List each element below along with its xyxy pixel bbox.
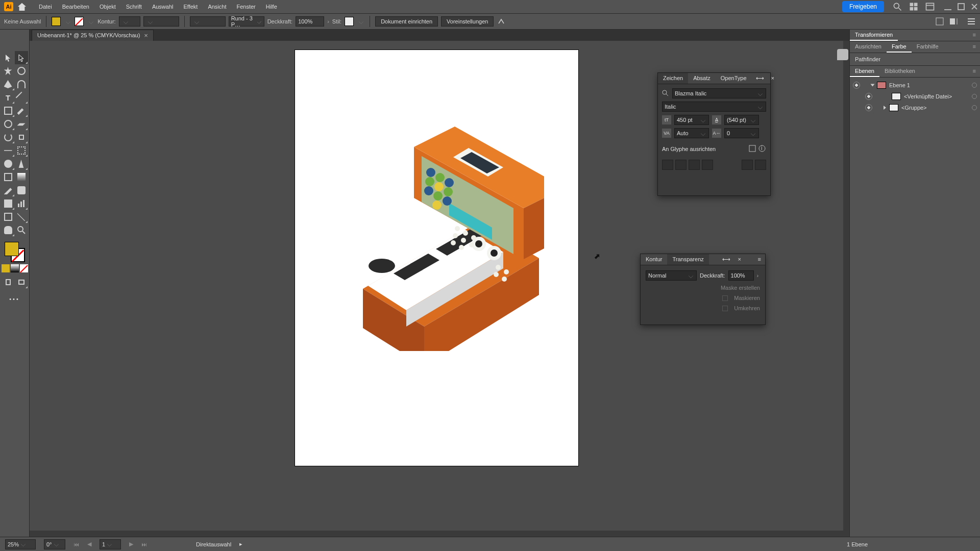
artboard-number-input[interactable]: 1 bbox=[100, 539, 121, 549]
layer-twirl-icon[interactable] bbox=[884, 106, 886, 110]
trans-panel-close-icon[interactable]: × bbox=[734, 254, 744, 265]
screen-mode-icon[interactable] bbox=[15, 276, 28, 289]
comment-panel-icon[interactable] bbox=[837, 49, 848, 60]
artboard-nav-next-icon[interactable]: ▶ bbox=[129, 541, 133, 547]
create-mask-button[interactable]: Maske erstellen bbox=[721, 285, 760, 291]
perspective-grid-tool[interactable] bbox=[15, 157, 28, 170]
menu-hilfe[interactable]: Hilfe bbox=[261, 0, 282, 13]
font-search-icon[interactable] bbox=[662, 90, 669, 97]
layer-target-icon[interactable] bbox=[972, 105, 977, 110]
lasso-tool[interactable] bbox=[15, 64, 28, 78]
tab-farbe[interactable]: Farbe bbox=[887, 41, 912, 53]
graphic-style-swatch[interactable] bbox=[345, 17, 354, 26]
menu-objekt[interactable]: Objekt bbox=[94, 0, 121, 13]
color-panel-menu-icon[interactable]: ≡ bbox=[969, 41, 980, 53]
tab-transformieren[interactable]: Transformieren bbox=[850, 30, 898, 41]
tab-bibliotheken[interactable]: Bibliotheken bbox=[879, 66, 920, 77]
menu-datei[interactable]: Datei bbox=[34, 0, 57, 13]
layer-visibility-icon[interactable] bbox=[865, 104, 872, 111]
menu-effekt[interactable]: Effekt bbox=[178, 0, 203, 13]
home-icon[interactable] bbox=[17, 2, 27, 11]
canvas-scrollbar-horizontal[interactable] bbox=[30, 531, 843, 537]
trans-panel-collapse-icon[interactable]: ⟷ bbox=[718, 254, 734, 265]
layers-new-sublayer-icon[interactable] bbox=[921, 540, 930, 549]
layer-name-label[interactable]: <Verknüpfte Datei> bbox=[904, 93, 969, 99]
artboard-nav-last-icon[interactable]: ⏭ bbox=[141, 541, 147, 547]
panel-menu-icon[interactable] bbox=[967, 17, 976, 26]
hand-tool[interactable] bbox=[2, 223, 15, 237]
layers-panel-menu-icon[interactable]: ≡ bbox=[969, 66, 980, 77]
tracking-input[interactable]: 0 bbox=[724, 128, 759, 138]
align-options-icon[interactable] bbox=[949, 17, 962, 26]
stroke-profile-combo[interactable]: Rund - 3 P… bbox=[229, 16, 264, 27]
menu-ansicht[interactable]: Ansicht bbox=[203, 0, 231, 13]
canvas-scrollbar-vertical[interactable] bbox=[843, 41, 849, 537]
character-panel[interactable]: Zeichen Absatz OpenType ⟷ × Blazma Itali… bbox=[657, 72, 771, 196]
opacity-value-input[interactable]: 100% bbox=[728, 270, 754, 281]
glyph-snap-opt-5[interactable] bbox=[742, 160, 753, 170]
glyph-snap-opt-2[interactable] bbox=[675, 160, 687, 170]
transform-panel-menu-icon[interactable]: ≡ bbox=[969, 30, 980, 41]
artboard-nav-prev-icon[interactable]: ◀ bbox=[87, 541, 91, 547]
snap-glyph-info-icon[interactable]: i bbox=[758, 144, 766, 153]
curvature-tool[interactable] bbox=[15, 78, 28, 91]
type-tool[interactable]: T bbox=[2, 91, 15, 104]
fill-dropdown-icon[interactable] bbox=[66, 19, 70, 23]
gradient-mode-icon[interactable] bbox=[11, 264, 19, 272]
fill-color-swatch[interactable] bbox=[52, 17, 61, 26]
window-minimize-icon[interactable] bbox=[944, 3, 951, 10]
layer-target-icon[interactable] bbox=[972, 83, 977, 88]
font-size-input[interactable]: 450 pt bbox=[674, 115, 709, 125]
search-icon[interactable] bbox=[892, 2, 902, 12]
selection-tool[interactable] bbox=[2, 51, 15, 64]
preferences-popup-icon[interactable] bbox=[497, 16, 507, 27]
artboard-nav-first-icon[interactable]: ⏮ bbox=[74, 541, 79, 547]
edit-toolbar-icon[interactable]: ••• bbox=[9, 296, 20, 302]
eraser-tool[interactable] bbox=[15, 117, 28, 131]
fill-stroke-proxy[interactable] bbox=[5, 242, 25, 262]
layers-new-layer-icon[interactable] bbox=[942, 540, 951, 549]
tab-opentype[interactable]: OpenType bbox=[716, 73, 752, 84]
scale-tool[interactable] bbox=[15, 131, 28, 144]
direct-selection-tool[interactable] bbox=[15, 51, 28, 64]
tab-farbhilfe[interactable]: Farbhilfe bbox=[912, 41, 944, 53]
drawing-mode-normal-icon[interactable] bbox=[2, 276, 15, 289]
layers-make-clipmask-icon[interactable] bbox=[899, 540, 909, 549]
document-tab-close-icon[interactable]: × bbox=[144, 32, 148, 39]
layer-name-label[interactable]: <Gruppe> bbox=[901, 105, 969, 111]
layer-target-icon[interactable] bbox=[972, 94, 977, 99]
stroke-color-swatch[interactable] bbox=[75, 17, 84, 26]
tab-zeichen[interactable]: Zeichen bbox=[658, 73, 688, 84]
layer-visibility-icon[interactable] bbox=[865, 93, 872, 100]
stroke-weight-input[interactable] bbox=[119, 16, 140, 27]
slice-tool[interactable] bbox=[15, 210, 28, 223]
transparency-panel[interactable]: Kontur Transparenz ⟷ × ≡ Normal Deckkraf… bbox=[640, 254, 766, 325]
font-style-input[interactable]: Italic bbox=[662, 102, 766, 112]
artboard-tool[interactable] bbox=[2, 210, 15, 223]
font-family-input[interactable]: Blazma Italic bbox=[672, 88, 766, 98]
rectangle-tool[interactable] bbox=[2, 104, 15, 117]
mesh-tool[interactable] bbox=[2, 170, 15, 184]
glyph-snap-opt-4[interactable] bbox=[702, 160, 713, 170]
line-segment-tool[interactable] bbox=[15, 91, 28, 104]
shape-builder-tool[interactable] bbox=[2, 157, 15, 170]
artboard[interactable] bbox=[295, 50, 578, 466]
layer-row[interactable]: <Verknüpfte Datei> bbox=[850, 91, 980, 102]
layer-name-label[interactable]: Ebene 1 bbox=[889, 82, 969, 88]
fill-proxy[interactable] bbox=[5, 242, 19, 256]
magic-wand-tool[interactable] bbox=[2, 64, 15, 78]
none-mode-icon[interactable] bbox=[20, 264, 28, 272]
preferences-button[interactable]: Voreinstellungen bbox=[441, 16, 494, 27]
layer-visibility-icon[interactable] bbox=[853, 82, 860, 89]
arrange-docs-icon[interactable] bbox=[909, 2, 919, 12]
layers-locate-icon[interactable] bbox=[878, 540, 887, 549]
tab-pathfinder[interactable]: Pathfinder bbox=[850, 53, 980, 66]
blend-mode-select[interactable]: Normal bbox=[646, 270, 697, 281]
status-popup-icon[interactable]: ▸ bbox=[239, 541, 242, 547]
tab-ebenen[interactable]: Ebenen bbox=[850, 66, 879, 77]
color-mode-icon[interactable] bbox=[2, 264, 10, 272]
zoom-level-input[interactable]: 25% bbox=[5, 539, 36, 549]
kerning-input[interactable]: Auto bbox=[674, 128, 709, 138]
char-panel-collapse-icon[interactable]: ⟷ bbox=[752, 73, 768, 84]
paintbrush-tool[interactable] bbox=[15, 104, 28, 117]
